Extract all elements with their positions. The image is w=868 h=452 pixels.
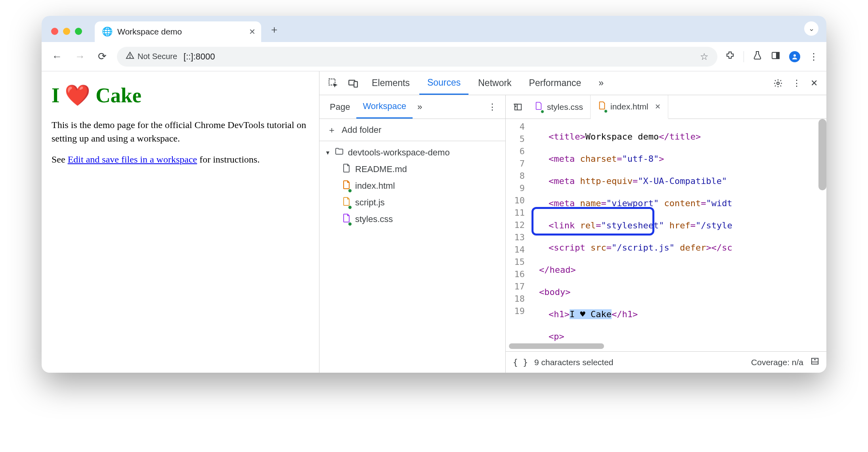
js-file-icon bbox=[342, 197, 351, 209]
code-content[interactable]: <title>Workspace demo</title> <meta char… bbox=[530, 119, 826, 351]
browser-toolbar: ← → ⟳ Not Secure [::]:8000 ☆ bbox=[42, 42, 826, 71]
editor-pane: styles.css index.html ✕ bbox=[506, 95, 826, 373]
tabs-overflow[interactable]: » bbox=[591, 71, 612, 95]
toggle-navigator-icon[interactable] bbox=[509, 95, 527, 119]
globe-icon: 🌐 bbox=[102, 27, 113, 37]
tab-strip: 🌐 Workspace demo ✕ ＋ ⌄ bbox=[42, 16, 826, 42]
css-file-icon bbox=[342, 213, 351, 225]
devtools-tabbar: Elements Sources Network Performance » ⋮… bbox=[319, 71, 826, 95]
devtools-close-icon[interactable]: ✕ bbox=[807, 71, 822, 95]
coverage-status: Coverage: n/a bbox=[751, 358, 803, 367]
address-bar[interactable]: Not Secure [::]:8000 ☆ bbox=[117, 47, 717, 67]
page-paragraph-1: This is the demo page for the official C… bbox=[52, 119, 309, 145]
side-panel-icon[interactable] bbox=[771, 51, 780, 63]
security-label: Not Secure bbox=[138, 52, 177, 61]
toolbar-separator bbox=[744, 51, 744, 62]
plus-icon: ＋ bbox=[327, 124, 336, 136]
browser-tab[interactable]: 🌐 Workspace demo ✕ bbox=[95, 21, 261, 42]
file-label: README.md bbox=[355, 164, 407, 174]
editor-tab-styles[interactable]: styles.css bbox=[527, 95, 591, 119]
svg-point-1 bbox=[130, 57, 130, 57]
back-button[interactable]: ← bbox=[50, 49, 65, 64]
forward-button[interactable]: → bbox=[73, 49, 88, 64]
tab-sources[interactable]: Sources bbox=[419, 71, 468, 95]
editor-tabs: styles.css index.html ✕ bbox=[506, 95, 826, 119]
file-label: script.js bbox=[355, 197, 385, 208]
url-text: [::]:8000 bbox=[184, 52, 215, 62]
security-indicator[interactable]: Not Secure bbox=[126, 51, 177, 62]
rendered-page: I ❤️ Cake This is the demo page for the … bbox=[42, 71, 319, 373]
minimize-window-button[interactable] bbox=[63, 28, 70, 35]
svg-point-9 bbox=[777, 82, 779, 84]
tab-dropdown-button[interactable]: ⌄ bbox=[804, 21, 818, 36]
folder-icon bbox=[335, 147, 344, 159]
code-editor[interactable]: 4 5 6 7 8 9 10 11 12 13 14 bbox=[506, 119, 826, 351]
warning-icon bbox=[126, 51, 134, 62]
editor-tab-label: styles.css bbox=[547, 102, 583, 112]
file-icon bbox=[342, 163, 351, 175]
file-tree: ▼ devtools-workspace-demo README bbox=[319, 141, 505, 231]
nav-kebab-icon[interactable]: ⋮ bbox=[483, 95, 501, 119]
browser-window: 🌐 Workspace demo ✕ ＋ ⌄ ← → ⟳ Not Secure … bbox=[42, 16, 826, 373]
nav-tab-page[interactable]: Page bbox=[323, 95, 356, 119]
tutorial-link[interactable]: Edit and save files in a workspace bbox=[68, 154, 197, 165]
navigator-tabs: Page Workspace » ⋮ bbox=[319, 95, 505, 119]
fullscreen-window-button[interactable] bbox=[75, 28, 82, 35]
tree-folder[interactable]: ▼ devtools-workspace-demo bbox=[323, 144, 501, 161]
tab-performance[interactable]: Performance bbox=[521, 71, 589, 95]
profile-avatar-icon[interactable] bbox=[789, 51, 800, 62]
tab-elements[interactable]: Elements bbox=[364, 71, 418, 95]
devtools-panel: Elements Sources Network Performance » ⋮… bbox=[319, 71, 826, 373]
editor-statusbar: { } 9 characters selected Coverage: n/a bbox=[506, 351, 826, 373]
settings-gear-icon[interactable] bbox=[769, 71, 787, 95]
drawer-toggle-icon[interactable] bbox=[811, 357, 819, 368]
file-label: styles.css bbox=[355, 214, 393, 224]
svg-point-5 bbox=[793, 54, 796, 57]
labs-icon[interactable] bbox=[753, 51, 762, 63]
nav-tabs-overflow[interactable]: » bbox=[413, 95, 427, 119]
editor-tab-index[interactable]: index.html ✕ bbox=[591, 95, 668, 119]
horizontal-scrollbar[interactable] bbox=[509, 343, 604, 349]
devtools-kebab-icon[interactable]: ⋮ bbox=[788, 71, 805, 95]
editor-tab-label: index.html bbox=[610, 102, 648, 111]
file-label: index.html bbox=[355, 181, 395, 191]
inspect-element-icon[interactable] bbox=[324, 71, 342, 95]
tab-title: Workspace demo bbox=[117, 27, 244, 36]
html-file-icon bbox=[342, 180, 351, 192]
vertical-scrollbar[interactable] bbox=[818, 119, 826, 190]
device-mode-icon[interactable] bbox=[344, 71, 362, 95]
add-folder-button[interactable]: ＋ Add folder bbox=[319, 119, 505, 141]
folder-label: devtools-workspace-demo bbox=[348, 147, 450, 158]
page-paragraph-2: See Edit and save files in a workspace f… bbox=[52, 153, 309, 167]
css-file-icon bbox=[534, 102, 543, 112]
bookmark-star-icon[interactable]: ☆ bbox=[700, 51, 709, 62]
tab-network[interactable]: Network bbox=[470, 71, 519, 95]
svg-rect-4 bbox=[776, 52, 779, 59]
line-gutter: 4 5 6 7 8 9 10 11 12 13 14 bbox=[506, 119, 530, 351]
extensions-icon[interactable] bbox=[725, 51, 735, 63]
kebab-menu-icon[interactable]: ⋮ bbox=[809, 51, 818, 62]
reload-button[interactable]: ⟳ bbox=[96, 49, 109, 64]
format-code-icon[interactable]: { } bbox=[513, 358, 528, 367]
toolbar-icons: ⋮ bbox=[725, 51, 818, 63]
html-file-icon bbox=[598, 101, 606, 112]
disclosure-triangle-icon[interactable]: ▼ bbox=[325, 149, 331, 156]
close-tab-icon[interactable]: ✕ bbox=[655, 102, 661, 111]
close-tab-icon[interactable]: ✕ bbox=[249, 27, 256, 36]
content-split: I ❤️ Cake This is the demo page for the … bbox=[42, 71, 826, 373]
nav-tab-workspace[interactable]: Workspace bbox=[356, 95, 413, 119]
tree-file-script[interactable]: script.js bbox=[323, 194, 501, 211]
sources-navigator: Page Workspace » ⋮ ＋ Add folder bbox=[319, 95, 506, 373]
tree-file-readme[interactable]: README.md bbox=[323, 161, 501, 178]
window-controls bbox=[48, 28, 85, 42]
tree-file-index[interactable]: index.html bbox=[323, 178, 501, 194]
svg-rect-8 bbox=[354, 81, 358, 87]
tree-file-styles[interactable]: styles.css bbox=[323, 211, 501, 228]
page-heading: I ❤️ Cake bbox=[52, 83, 309, 107]
close-window-button[interactable] bbox=[51, 28, 58, 35]
add-folder-label: Add folder bbox=[342, 125, 381, 135]
selection-status: 9 characters selected bbox=[534, 358, 614, 367]
new-tab-button[interactable]: ＋ bbox=[261, 23, 279, 42]
